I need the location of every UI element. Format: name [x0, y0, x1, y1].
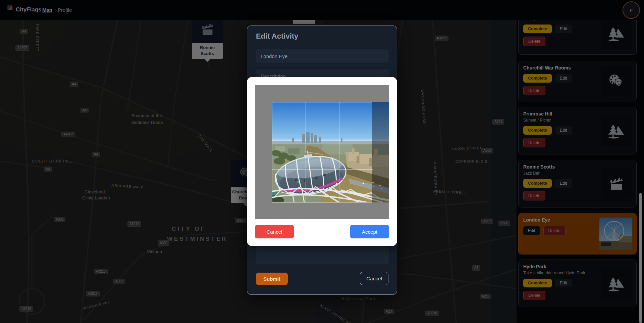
crop-selection-box[interactable] [272, 102, 372, 202]
grid-line [306, 102, 306, 203]
cropper-cancel-button[interactable]: Cancel [255, 225, 294, 238]
grid-line [272, 136, 373, 136]
grid-line [339, 102, 339, 203]
grid-line [272, 169, 373, 170]
app-root: PARK STREETWall FountainFountain of theG… [0, 0, 644, 323]
cropper-accept-button[interactable]: Accept [350, 225, 389, 238]
london-eye-photo [272, 102, 389, 202]
crop-outside-overlay [372, 102, 389, 202]
modal-cancel-button[interactable]: Cancel [360, 272, 388, 285]
crop-canvas[interactable] [255, 85, 389, 219]
image-cropper-dialog: Cancel Accept [247, 77, 397, 246]
activity-name-input[interactable] [256, 49, 389, 63]
modal-title: Edit Activity [256, 32, 298, 41]
submit-button[interactable]: Submit [256, 273, 288, 285]
